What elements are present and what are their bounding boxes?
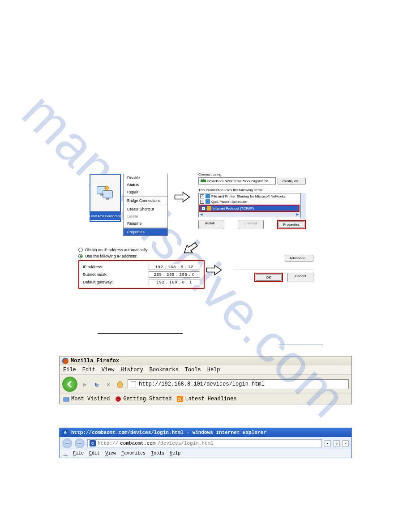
advanced-button[interactable]: Advanced... [285, 255, 313, 262]
ie-url-field[interactable]: e http://combaomt.com/devices/login.html [87, 439, 322, 447]
svg-rect-5 [201, 179, 202, 180]
menu-tools[interactable]: Tools [185, 367, 201, 373]
menu-view[interactable]: View [102, 367, 115, 373]
link-underline [278, 344, 323, 344]
firefox-title: Mozilla Firefox [71, 358, 119, 364]
ie-forward-button[interactable]: → [75, 438, 85, 448]
home-button[interactable] [116, 380, 124, 388]
item-label: Internet Protocol (TCP/IP) [213, 206, 254, 210]
service-icon [206, 199, 210, 204]
firefox-bookmarks-bar: Most Visited Getting Started Latest Head… [60, 394, 351, 404]
ie-back-button[interactable]: ← [62, 438, 72, 448]
arrow-right-icon [206, 263, 222, 277]
ie-page-icon: e [90, 440, 96, 446]
ie-menu-edit[interactable]: Edit [89, 451, 100, 456]
tcpip-highlight: ✓ Internet Protocol (TCP/IP) [199, 205, 300, 212]
list-item-tcpip[interactable]: ✓ Internet Protocol (TCP/IP) [200, 206, 299, 211]
ie-menu-tools[interactable]: Tools [151, 451, 164, 456]
ie-menu-favorites[interactable]: Favorites [121, 451, 146, 456]
firefox-titlebar: Mozilla Firefox [60, 356, 351, 365]
menu-help[interactable]: Help [207, 367, 220, 373]
horizontal-scrollbar[interactable]: ◀▶ [199, 212, 300, 217]
firefox-toolbar: ▶ ↻ ✕ http://192.168.8.101/devices/login… [60, 374, 351, 394]
ip-address-field[interactable]: 192 . 168 . 8 . 12 [149, 264, 200, 270]
svg-rect-9 [207, 206, 211, 210]
cancel-button[interactable]: Cancel [287, 273, 313, 282]
menu-file[interactable]: File [63, 367, 76, 373]
bookmark-latest-headlines[interactable]: Latest Headlines [177, 396, 236, 402]
adapter-name-box: Broadcom NetXtreme 57xx Gigabit Cc [198, 177, 276, 184]
vertical-scrollbar[interactable] [300, 193, 306, 219]
properties-button[interactable]: Properties [278, 221, 304, 228]
stop-button[interactable]: ✕ [104, 380, 112, 388]
uninstall-button: Uninstall [238, 220, 264, 229]
local-area-connection-label: Local Area Connection [90, 211, 120, 220]
menu-item-repair[interactable]: Repair [124, 189, 167, 196]
default-gateway-field[interactable]: 192 . 168 . 8 . 1 [149, 279, 200, 285]
ie-menu-view[interactable]: View [105, 451, 116, 456]
menu-item-shortcut[interactable]: Create Shortcut [124, 206, 167, 213]
ie-menubar: ⋮ File Edit View Favorites Tools Help [60, 450, 351, 458]
ie-icon: e [62, 429, 68, 436]
firefox-url-field[interactable]: http://192.168.8.101/devices/login.html [128, 379, 349, 389]
menu-item-status[interactable]: Status [124, 181, 167, 189]
menu-history[interactable]: History [120, 367, 143, 373]
bookmark-most-visited[interactable]: Most Visited [63, 396, 110, 402]
menu-edit[interactable]: Edit [82, 367, 95, 373]
checkbox-icon[interactable]: ✓ [201, 206, 206, 210]
configure-button[interactable]: Configure... [278, 178, 306, 184]
radio-label: Use the following IP address: [85, 254, 137, 258]
nic-icon [201, 179, 206, 183]
subnet-mask-field[interactable]: 255 . 255 . 255 . 0 [149, 271, 200, 278]
back-button[interactable] [62, 377, 77, 392]
radio-obtain-auto[interactable]: Obtain an IP address automatically [78, 248, 205, 252]
svg-point-12 [117, 398, 118, 399]
connection-properties-panel: Connect using: Broadcom NetXtreme 57xx G… [198, 172, 306, 229]
local-area-connection-icon[interactable]: Local Area Connection [90, 174, 121, 222]
ok-cancel-panel: Advanced... OK Cancel [233, 255, 313, 282]
ie-menu-file[interactable]: File [73, 451, 84, 456]
ie-dropdown-button[interactable]: ▾ [325, 440, 331, 446]
bookmark-label: Most Visited [71, 396, 110, 402]
svg-rect-3 [106, 198, 109, 200]
radio-use-following[interactable]: Use the following IP address: [78, 254, 205, 258]
menu-item-disable[interactable]: Disable [124, 174, 167, 181]
menu-item-rename[interactable]: Rename [124, 220, 167, 227]
horizontal-rule [98, 333, 183, 334]
item-label: File and Printer Sharing for Microsoft N… [211, 194, 286, 198]
svg-rect-7 [206, 194, 210, 198]
ie-menu-help[interactable]: Help [170, 451, 180, 456]
ie-window: e http://combaomt.com/devices/login.html… [59, 428, 352, 458]
svg-rect-8 [206, 199, 210, 204]
bookmark-getting-started[interactable]: Getting Started [115, 396, 171, 402]
svg-rect-1 [103, 191, 113, 198]
list-item: ✓ File and Printer Sharing for Microsoft… [199, 193, 300, 199]
svg-rect-10 [64, 398, 69, 401]
default-gateway-label: Default gateway: [83, 280, 149, 284]
ie-stop-button[interactable]: ✕ [342, 440, 349, 446]
ip-address-label: IP address: [83, 265, 149, 269]
forward-button[interactable]: ▶ [81, 380, 89, 388]
ie-title: http://combaomt.com/devices/login.html -… [71, 430, 266, 435]
ok-button[interactable]: OK [256, 274, 282, 281]
svg-point-15 [178, 400, 180, 401]
components-listbox[interactable]: ✓ File and Printer Sharing for Microsoft… [198, 193, 300, 217]
menu-bookmarks[interactable]: Bookmarks [150, 367, 179, 373]
reload-button[interactable]: ↻ [93, 380, 101, 388]
install-button[interactable]: Install... [198, 220, 224, 229]
subnet-mask-label: Subnet mask: [83, 272, 149, 277]
ie-toolbar: ← → e http://combaomt.com/devices/login.… [60, 437, 351, 450]
firefox-icon [62, 358, 68, 364]
ie-url-host: combaomt.com [120, 441, 155, 446]
checkbox-icon[interactable]: ✓ [200, 200, 204, 204]
menu-item-bridge[interactable]: Bridge Connections [124, 197, 167, 204]
radio-label: Obtain an IP address automatically [85, 248, 147, 252]
ie-refresh-button[interactable]: ↻ [334, 440, 340, 446]
menu-item-delete: Delete [124, 213, 167, 220]
svg-point-11 [116, 396, 121, 402]
bookmark-label: Getting Started [123, 396, 171, 402]
menu-item-properties[interactable]: Properties [124, 228, 167, 236]
svg-rect-6 [203, 179, 204, 180]
checkbox-icon[interactable]: ✓ [200, 194, 204, 198]
page-icon [131, 381, 136, 387]
